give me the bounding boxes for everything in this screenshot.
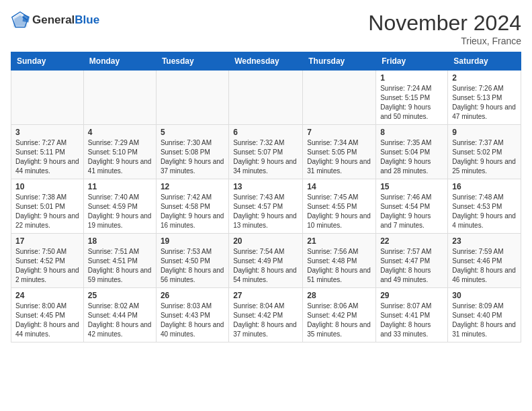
calendar-cell: 7Sunrise: 7:34 AMSunset: 5:05 PMDaylight… [303,125,376,179]
calendar-cell: 5Sunrise: 7:30 AMSunset: 5:08 PMDaylight… [156,125,228,179]
calendar-header-row: SundayMondayTuesdayWednesdayThursdayFrid… [11,52,521,71]
location: Trieux, France [368,36,521,46]
day-info: Sunrise: 7:54 AMSunset: 4:49 PMDaylight:… [233,247,298,285]
calendar-cell: 21Sunrise: 7:56 AMSunset: 4:48 PMDayligh… [303,234,376,288]
day-number: 2 [452,73,517,83]
calendar-cell: 30Sunrise: 8:09 AMSunset: 4:40 PMDayligh… [448,288,521,342]
calendar-cell: 18Sunrise: 7:51 AMSunset: 4:51 PMDayligh… [83,234,156,288]
day-info: Sunrise: 7:30 AMSunset: 5:08 PMDaylight:… [161,138,224,176]
calendar-table: SundayMondayTuesdayWednesdayThursdayFrid… [11,52,521,342]
day-info: Sunrise: 7:27 AMSunset: 5:11 PMDaylight:… [15,138,79,176]
day-info: Sunrise: 7:34 AMSunset: 5:05 PMDaylight:… [307,138,371,176]
calendar-cell: 24Sunrise: 8:00 AMSunset: 4:45 PMDayligh… [11,288,84,342]
day-number: 4 [88,128,152,137]
day-number: 15 [380,182,443,191]
calendar-cell: 11Sunrise: 7:40 AMSunset: 4:59 PMDayligh… [83,179,156,234]
weekday-header-thursday: Thursday [303,52,376,71]
day-info: Sunrise: 8:04 AMSunset: 4:42 PMDaylight:… [233,302,298,339]
day-number: 29 [380,291,443,300]
calendar-cell: 20Sunrise: 7:54 AMSunset: 4:49 PMDayligh… [229,234,303,288]
day-info: Sunrise: 8:03 AMSunset: 4:43 PMDaylight:… [161,302,224,339]
calendar-cell: 10Sunrise: 7:38 AMSunset: 5:01 PMDayligh… [11,179,84,234]
calendar-cell: 29Sunrise: 8:07 AMSunset: 4:41 PMDayligh… [376,288,448,342]
calendar-cell: 27Sunrise: 8:04 AMSunset: 4:42 PMDayligh… [229,288,303,342]
calendar-cell: 19Sunrise: 7:53 AMSunset: 4:50 PMDayligh… [156,234,228,288]
day-info: Sunrise: 8:09 AMSunset: 4:40 PMDaylight:… [452,302,517,339]
calendar-cell: 23Sunrise: 7:59 AMSunset: 4:46 PMDayligh… [448,234,521,288]
day-number: 20 [233,236,298,246]
calendar-cell: 22Sunrise: 7:57 AMSunset: 4:47 PMDayligh… [376,234,448,288]
day-info: Sunrise: 7:26 AMSunset: 5:13 PMDaylight:… [452,84,517,122]
title-block: November 2024 Trieux, France [368,11,521,46]
calendar-cell: 12Sunrise: 7:42 AMSunset: 4:58 PMDayligh… [156,179,228,234]
logo-text: General Blue [32,13,99,27]
calendar-cell: 14Sunrise: 7:45 AMSunset: 4:55 PMDayligh… [303,179,376,234]
calendar-cell: 15Sunrise: 7:46 AMSunset: 4:54 PMDayligh… [376,179,448,234]
weekday-header-tuesday: Tuesday [156,52,228,71]
calendar-cell: 3Sunrise: 7:27 AMSunset: 5:11 PMDaylight… [11,125,84,179]
logo-blue: Blue [75,13,99,27]
day-number: 26 [161,291,224,300]
calendar-cell: 13Sunrise: 7:43 AMSunset: 4:57 PMDayligh… [229,179,303,234]
calendar-cell: 4Sunrise: 7:29 AMSunset: 5:10 PMDaylight… [83,125,156,179]
day-number: 25 [88,291,152,300]
day-number: 21 [307,236,371,246]
day-number: 1 [380,73,443,83]
day-number: 22 [380,236,443,246]
calendar-cell: 8Sunrise: 7:35 AMSunset: 5:04 PMDaylight… [376,125,448,179]
day-info: Sunrise: 7:43 AMSunset: 4:57 PMDaylight:… [233,193,298,230]
page-header: General Blue November 2024 Trieux, Franc… [11,11,521,46]
calendar-cell: 6Sunrise: 7:32 AMSunset: 5:07 PMDaylight… [229,125,303,179]
calendar-cell: 17Sunrise: 7:50 AMSunset: 4:52 PMDayligh… [11,234,84,288]
day-info: Sunrise: 7:37 AMSunset: 5:02 PMDaylight:… [452,138,517,176]
day-number: 7 [307,128,371,137]
calendar-cell: 28Sunrise: 8:06 AMSunset: 4:42 PMDayligh… [303,288,376,342]
calendar-week-row: 17Sunrise: 7:50 AMSunset: 4:52 PMDayligh… [11,234,521,288]
day-info: Sunrise: 8:02 AMSunset: 4:44 PMDaylight:… [88,302,152,339]
day-number: 3 [15,128,79,137]
day-info: Sunrise: 7:45 AMSunset: 4:55 PMDaylight:… [307,193,371,230]
day-number: 8 [380,128,443,137]
weekday-header-wednesday: Wednesday [229,52,303,71]
day-info: Sunrise: 7:50 AMSunset: 4:52 PMDaylight:… [15,247,79,285]
day-info: Sunrise: 7:51 AMSunset: 4:51 PMDaylight:… [88,247,152,285]
day-number: 16 [452,182,517,191]
calendar-cell [229,71,303,125]
calendar-cell: 16Sunrise: 7:48 AMSunset: 4:53 PMDayligh… [448,179,521,234]
weekday-header-saturday: Saturday [448,52,521,71]
day-number: 30 [452,291,517,300]
day-info: Sunrise: 7:24 AMSunset: 5:15 PMDaylight:… [380,84,443,122]
day-number: 24 [15,291,79,300]
day-number: 14 [307,182,371,191]
day-number: 19 [161,236,224,246]
day-number: 6 [233,128,298,137]
calendar-cell [303,71,376,125]
day-info: Sunrise: 7:38 AMSunset: 5:01 PMDaylight:… [15,193,79,230]
logo-general: General [32,13,75,27]
day-number: 9 [452,128,517,137]
day-info: Sunrise: 7:48 AMSunset: 4:53 PMDaylight:… [452,193,517,230]
weekday-header-friday: Friday [376,52,448,71]
day-info: Sunrise: 7:40 AMSunset: 4:59 PMDaylight:… [88,193,152,230]
calendar-cell [83,71,156,125]
logo-icon [11,11,30,30]
day-number: 28 [307,291,371,300]
calendar-week-row: 24Sunrise: 8:00 AMSunset: 4:45 PMDayligh… [11,288,521,342]
day-info: Sunrise: 8:00 AMSunset: 4:45 PMDaylight:… [15,302,79,339]
day-info: Sunrise: 7:53 AMSunset: 4:50 PMDaylight:… [161,247,224,285]
month-title: November 2024 [368,11,521,36]
svg-marker-2 [23,14,30,22]
weekday-header-monday: Monday [83,52,156,71]
day-info: Sunrise: 7:35 AMSunset: 5:04 PMDaylight:… [380,138,443,176]
calendar-cell: 26Sunrise: 8:03 AMSunset: 4:43 PMDayligh… [156,288,228,342]
day-info: Sunrise: 7:32 AMSunset: 5:07 PMDaylight:… [233,138,298,176]
calendar-week-row: 10Sunrise: 7:38 AMSunset: 5:01 PMDayligh… [11,179,521,234]
day-info: Sunrise: 7:57 AMSunset: 4:47 PMDaylight:… [380,247,443,285]
day-info: Sunrise: 7:46 AMSunset: 4:54 PMDaylight:… [380,193,443,230]
day-number: 5 [161,128,224,137]
calendar-cell: 2Sunrise: 7:26 AMSunset: 5:13 PMDaylight… [448,71,521,125]
day-info: Sunrise: 7:59 AMSunset: 4:46 PMDaylight:… [452,247,517,285]
calendar-week-row: 1Sunrise: 7:24 AMSunset: 5:15 PMDaylight… [11,71,521,125]
day-number: 10 [15,182,79,191]
day-number: 18 [88,236,152,246]
